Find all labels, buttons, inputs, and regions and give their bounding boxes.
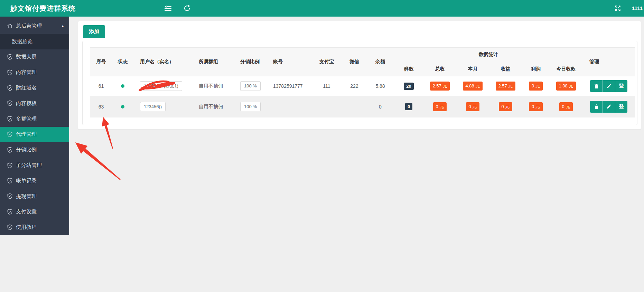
group-count-badge: 20 [404, 83, 413, 90]
sidebar-item-label: 内容管理 [16, 69, 37, 76]
agents-table: 序号 状态 用户名（实名） 所属群组 分销比例 账号 支付宝 微信 余额 数据统… [90, 47, 635, 117]
sidebar-item-content-manage[interactable]: 内容管理 [0, 65, 69, 80]
cell-alipay: 111 [311, 76, 342, 96]
refresh-icon[interactable] [184, 5, 190, 12]
cell-index: 63 [90, 96, 112, 117]
shield-check-icon [7, 54, 13, 60]
shield-check-icon [7, 209, 13, 215]
top-header-bar: 妙文馆付费进群系统 1111 [0, 0, 644, 17]
shield-check-icon [7, 131, 13, 138]
cell-wechat [342, 96, 366, 117]
profit-badge: 0 元 [529, 82, 543, 91]
sidebar-item-antired-domain[interactable]: 防红域名 [0, 80, 69, 96]
collapse-menu-icon[interactable] [164, 5, 172, 12]
sidebar-item-content-template[interactable]: 内容模板 [0, 96, 69, 111]
fullscreen-icon[interactable] [614, 5, 621, 12]
annotation-arrow-large [75, 142, 121, 180]
col-header-index: 序号 [90, 48, 112, 76]
user-menu[interactable]: 1111 [632, 0, 643, 17]
shield-check-icon [7, 116, 13, 122]
shield-check-icon [7, 162, 13, 169]
edit-button[interactable] [603, 80, 615, 92]
income-badge: 0 元 [499, 102, 513, 111]
table-row: 61 13858663(妙文1) 自用不抽佣 100 % 13782591777… [90, 76, 635, 96]
sidebar-item-data-overview[interactable]: 数据总览 [0, 34, 69, 49]
edit-button[interactable] [603, 101, 615, 113]
shield-check-icon [7, 224, 13, 230]
sidebar-item-label: 使用教程 [16, 224, 37, 230]
cell-account: 13782591777 [266, 76, 311, 96]
chevron-up-icon: ▲ [61, 24, 64, 28]
sidebar-item-label: 支付设置 [16, 208, 37, 215]
sidebar-item-withdraw-manage[interactable]: 提现管理 [0, 189, 69, 204]
edit-icon [606, 84, 612, 89]
sidebar-item-bill-record[interactable]: 帐单记录 [0, 173, 69, 189]
sidebar-item-main-admin[interactable]: 总后台管理 ▲ [0, 18, 69, 34]
col-header-status: 状态 [112, 48, 133, 76]
row-actions: 登 [590, 101, 627, 113]
cell-index: 61 [90, 76, 112, 96]
sidebar-item-label: 提现管理 [16, 193, 37, 200]
sidebar-item-label: 代理管理 [16, 131, 37, 138]
cell-group: 自用不抽佣 [192, 96, 233, 117]
month-income-badge: 4.88 元 [463, 82, 483, 91]
sidebar-item-label: 帐单记录 [16, 178, 37, 184]
agents-table-wrap: 序号 状态 用户名（实名） 所属群组 分销比例 账号 支付宝 微信 余额 数据统… [90, 47, 635, 117]
sidebar-item-label: 总后台管理 [16, 23, 42, 29]
edit-icon [606, 104, 612, 109]
col-header-manage: 管理 [582, 48, 635, 76]
today-income-badge: 1.08 元 [556, 82, 576, 91]
col-header-group: 所属群组 [192, 48, 233, 76]
ratio-field[interactable]: 100 % [240, 102, 261, 112]
cell-alipay [311, 96, 342, 117]
col-header-account: 账号 [266, 48, 311, 76]
sidebar-item-label: 多群管理 [16, 116, 37, 122]
app-title: 妙文馆付费进群系统 [10, 0, 76, 17]
sidebar-item-label: 数据大屏 [16, 54, 37, 60]
month-income-badge: 0 元 [466, 102, 480, 111]
trash-icon [594, 104, 599, 109]
ratio-field[interactable]: 100 % [240, 81, 261, 91]
sidebar-item-payment-settings[interactable]: 支付设置 [0, 204, 69, 220]
shield-check-icon [7, 85, 13, 91]
sidebar-item-label: 内容模板 [16, 100, 37, 107]
col-header-profit: 利润 [522, 62, 550, 76]
shield-check-icon [7, 100, 13, 106]
col-header-stats-group: 数据统计 [394, 48, 582, 62]
sidebar-item-substation-manage[interactable]: 子分站管理 [0, 158, 69, 173]
col-header-income: 收益 [489, 62, 522, 76]
cell-balance: 0 [366, 96, 394, 117]
login-as-button[interactable]: 登 [615, 101, 627, 113]
sidebar-item-data-screen[interactable]: 数据大屏 [0, 49, 69, 65]
sidebar-item-label: 子分站管理 [16, 162, 42, 169]
table-row: 63 123456() 自用不抽佣 100 % 0 0 0 元 0 元 0 元 … [90, 96, 635, 117]
shield-check-icon [7, 69, 13, 76]
add-button[interactable]: 添加 [83, 25, 105, 38]
status-dot-icon [121, 105, 124, 109]
sidebar-item-tutorial[interactable]: 使用教程 [0, 219, 69, 235]
col-header-today: 今日收款 [550, 62, 582, 76]
today-income-badge: 0 元 [559, 102, 573, 111]
username-field[interactable]: 13858663(妙文1) [140, 81, 182, 91]
login-as-button[interactable]: 登 [615, 80, 627, 92]
sidebar-item-label: 数据总览 [12, 38, 32, 45]
cell-account [266, 96, 311, 117]
cell-group: 自用不抽佣 [192, 76, 233, 96]
sidebar-nav: 总后台管理 ▲ 数据总览 数据大屏 内容管理 防红域名 内容模板 多群管理 代理… [0, 17, 69, 235]
col-header-wechat: 微信 [342, 48, 366, 76]
username-field[interactable]: 123456() [140, 102, 166, 112]
total-income-badge: 2.57 元 [430, 82, 450, 91]
profit-badge: 0 元 [529, 102, 543, 111]
sidebar-item-distribution-ratio[interactable]: 分销比例 [0, 142, 69, 158]
col-header-alipay: 支付宝 [311, 48, 342, 76]
shield-check-icon [7, 147, 13, 153]
trash-icon [594, 84, 599, 89]
status-dot-icon [121, 84, 124, 88]
sidebar-item-multi-group[interactable]: 多群管理 [0, 111, 69, 127]
delete-button[interactable] [590, 101, 603, 113]
income-badge: 2.57 元 [496, 82, 516, 91]
shield-check-icon [7, 178, 13, 184]
sidebar-item-agent-manage[interactable]: 代理管理 [0, 127, 69, 142]
delete-button[interactable] [590, 80, 603, 92]
home-icon [7, 23, 13, 29]
